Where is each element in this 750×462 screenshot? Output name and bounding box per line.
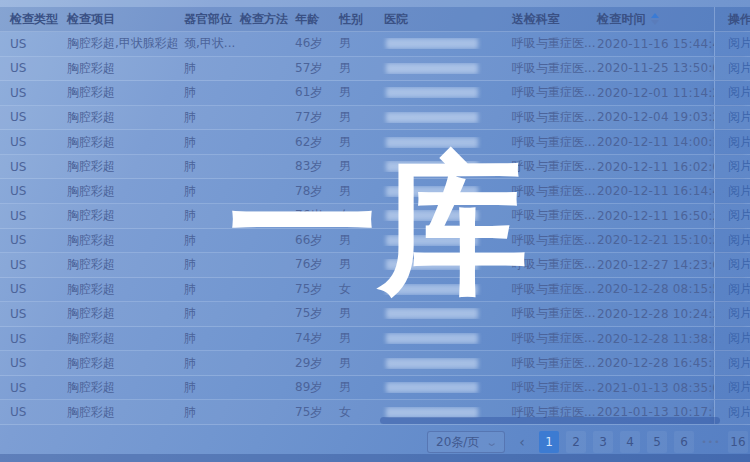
- cell-age: 57岁: [293, 60, 337, 77]
- cell-item: 胸腔彩超: [65, 60, 182, 77]
- cell-type: US: [8, 381, 65, 395]
- cell-dept: 呼吸与重症医...: [510, 330, 595, 347]
- cell-gender: 男: [337, 355, 382, 372]
- cell-hospital: [382, 308, 510, 319]
- view-images-link[interactable]: 阅片: [728, 355, 750, 372]
- cell-organ: 肺: [182, 84, 238, 101]
- cell-item: 胸腔彩超: [65, 207, 182, 224]
- cell-organ: 肺: [182, 330, 238, 347]
- view-images-link[interactable]: 阅片: [728, 35, 750, 52]
- view-images-link[interactable]: 阅片: [728, 183, 750, 200]
- view-images-link[interactable]: 阅片: [728, 256, 750, 273]
- jump-pages-ellipsis[interactable]: •••: [701, 431, 721, 453]
- column-header-label: 送检科室: [512, 12, 560, 26]
- column-header-gender: 性别: [337, 11, 382, 28]
- cell-item: 胸腔彩超: [65, 134, 182, 151]
- redacted-hospital-value: [386, 186, 478, 197]
- cell-gender: 女: [337, 404, 382, 421]
- cell-time: 2021-01-13 08:35:05: [595, 381, 714, 395]
- cell-organ: 肺: [182, 404, 238, 421]
- cell-item: 胸腔彩超: [65, 109, 182, 126]
- cell-organ: 肺: [182, 207, 238, 224]
- view-images-link[interactable]: 阅片: [728, 281, 750, 298]
- cell-hospital: [382, 284, 510, 295]
- column-header-label: 检查项目: [67, 12, 115, 26]
- cell-hospital: [382, 112, 510, 123]
- table-row: US胸腔彩超肺75岁男呼吸与重症医...2020-12-28 10:24:30阅…: [0, 302, 750, 327]
- cell-organ: 肺: [182, 305, 238, 322]
- cell-action: 阅片: [714, 253, 750, 277]
- cell-time: 2020-12-11 16:50:25: [595, 209, 714, 223]
- cell-time: 2020-12-28 11:38:11: [595, 332, 714, 346]
- cell-type: US: [8, 160, 65, 174]
- column-header-label: 检查类型: [10, 12, 58, 26]
- cell-hospital: [382, 63, 510, 74]
- page-button-5[interactable]: 5: [647, 431, 667, 453]
- view-images-link[interactable]: 阅片: [728, 404, 750, 421]
- view-images-link[interactable]: 阅片: [728, 60, 750, 77]
- cell-hospital: [382, 210, 510, 221]
- cell-item: 胸腔彩超: [65, 232, 182, 249]
- cell-age: 75岁: [293, 305, 337, 322]
- view-images-link[interactable]: 阅片: [728, 158, 750, 175]
- redacted-hospital-value: [386, 137, 478, 148]
- view-images-link[interactable]: 阅片: [728, 207, 750, 224]
- cell-age: 78岁: [293, 183, 337, 200]
- view-images-link[interactable]: 阅片: [728, 84, 750, 101]
- redacted-hospital-value: [386, 259, 478, 270]
- cell-action: 阅片: [714, 179, 750, 203]
- cell-gender: 男: [337, 330, 382, 347]
- cell-action: 阅片: [714, 229, 750, 253]
- column-header-time[interactable]: 检查时间: [595, 11, 714, 28]
- cell-action: 阅片: [714, 376, 750, 400]
- prev-page-button[interactable]: ‹: [512, 431, 532, 453]
- cell-gender: 男: [337, 158, 382, 175]
- column-header-label: 操作: [728, 11, 750, 28]
- cell-age: 77岁: [293, 109, 337, 126]
- cell-age: 66岁: [293, 232, 337, 249]
- cell-hospital: [382, 87, 510, 98]
- page-button-16[interactable]: 16: [728, 431, 748, 453]
- view-images-link[interactable]: 阅片: [728, 134, 750, 151]
- view-images-link[interactable]: 阅片: [728, 232, 750, 249]
- cell-time: 2020-12-28 16:45:18: [595, 356, 714, 370]
- horizontal-scrollbar-thumb[interactable]: [380, 417, 720, 424]
- view-images-link[interactable]: 阅片: [728, 109, 750, 126]
- cell-type: US: [8, 37, 65, 51]
- cell-item: 胸腔彩超: [65, 404, 182, 421]
- cell-hospital: [382, 38, 510, 49]
- cell-dept: 呼吸与重症医...: [510, 183, 595, 200]
- view-images-link[interactable]: 阅片: [728, 379, 750, 396]
- column-header-method: 检查方法: [238, 11, 293, 28]
- cell-age: 46岁: [293, 35, 337, 52]
- column-header-label: 检查方法: [240, 12, 288, 26]
- cell-hospital: [382, 333, 510, 344]
- page-button-6[interactable]: 6: [674, 431, 694, 453]
- cell-dept: 呼吸与重症医...: [510, 281, 595, 298]
- cell-gender: 男: [337, 305, 382, 322]
- table-row: US胸腔彩超肺61岁男呼吸与重症医...2020-12-01 11:14:21阅…: [0, 81, 750, 106]
- redacted-hospital-value: [386, 112, 478, 123]
- view-images-link[interactable]: 阅片: [728, 305, 750, 322]
- page-button-3[interactable]: 3: [593, 431, 613, 453]
- page-button-1[interactable]: 1: [539, 431, 559, 453]
- cell-gender: 男: [337, 60, 382, 77]
- table-row: US胸腔彩超肺74岁男呼吸与重症医...2020-12-28 11:38:11阅…: [0, 327, 750, 352]
- cell-dept: 呼吸与重症医...: [510, 355, 595, 372]
- column-header-organ: 器官部位: [182, 11, 238, 28]
- table-row: US胸腔彩超肺66岁男呼吸与重症医...2020-12-21 15:10:33阅…: [0, 229, 750, 254]
- cell-item: 胸腔彩超: [65, 281, 182, 298]
- cell-type: US: [8, 110, 65, 124]
- page-button-4[interactable]: 4: [620, 431, 640, 453]
- cell-type: US: [8, 282, 65, 296]
- cell-dept: 呼吸与重症医...: [510, 134, 595, 151]
- page-size-select[interactable]: 20条/页 ⌄: [427, 431, 505, 453]
- redacted-hospital-value: [386, 382, 478, 393]
- cell-item: 胸腔彩超: [65, 379, 182, 396]
- view-images-link[interactable]: 阅片: [728, 330, 750, 347]
- page-button-2[interactable]: 2: [566, 431, 586, 453]
- sort-ascend-icon[interactable]: [651, 13, 659, 25]
- cell-age: 75岁: [293, 281, 337, 298]
- cell-item: 胸腔彩超: [65, 305, 182, 322]
- cell-age: 89岁: [293, 379, 337, 396]
